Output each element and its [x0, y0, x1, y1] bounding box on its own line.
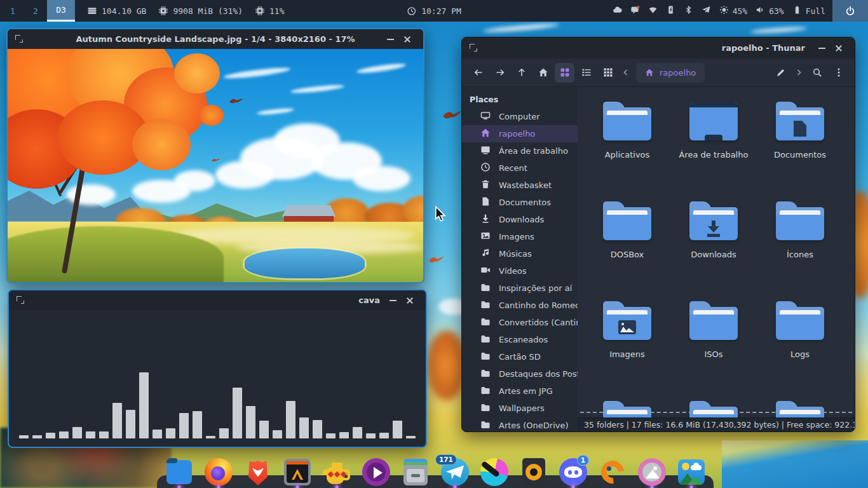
archive-dock-item[interactable]	[401, 458, 430, 487]
folder-item-area-de-trabalho[interactable]: Área de trabalho	[670, 96, 757, 196]
cpu-usage: 11%	[255, 6, 284, 16]
sidebar-item-documentos[interactable]: Documentos	[462, 194, 578, 211]
close-button[interactable]	[399, 29, 416, 49]
sidebar-item-cantinho-do-romeo[interactable]: Cantinho do Romeo	[462, 297, 578, 314]
image-viewer-titlebar[interactable]: Autumn Countryside Landscape.jpg - 1/4 -…	[8, 29, 423, 49]
brightness-tray-item[interactable]: 45%	[719, 5, 747, 17]
search-button[interactable]	[807, 63, 827, 83]
terminal-dock-item[interactable]	[283, 458, 312, 487]
minimize-button[interactable]	[814, 38, 831, 58]
close-button[interactable]	[831, 38, 847, 58]
sidebar-item-wastebasket[interactable]: Wastebasket	[462, 177, 578, 194]
sidebar-item-wallpapers[interactable]: Wallpapers	[462, 400, 578, 417]
place-label: Cartão SD	[499, 352, 541, 362]
restore-corner-icon[interactable]	[470, 44, 478, 52]
device-battery-tray-item[interactable]	[666, 5, 675, 17]
path-scroll-right-button[interactable]	[792, 63, 805, 83]
path-button[interactable]: rapoelho	[636, 63, 705, 83]
restore-corner-icon[interactable]	[15, 35, 24, 43]
chat-notification-icon	[630, 5, 640, 17]
folder-item-icones[interactable]: Ícones	[757, 196, 843, 295]
telegram-dock-item[interactable]: 171	[440, 458, 470, 487]
gallery-dock-item[interactable]	[677, 458, 706, 487]
cava-titlebar[interactable]: cava	[9, 290, 426, 310]
photos-dock-item[interactable]	[637, 458, 667, 487]
volume-tray-item[interactable]: 63%	[756, 5, 783, 17]
minimize-button[interactable]	[383, 29, 399, 49]
file-manager-dock-item[interactable]	[165, 458, 194, 487]
battery-tray-item[interactable]: Full	[792, 5, 825, 17]
edit-path-button[interactable]	[771, 63, 790, 83]
home-button[interactable]	[533, 63, 553, 83]
sidebar-item-artes-onedrive[interactable]: Artes (OneDrive)	[462, 417, 578, 431]
sidebar-item-inspiracoes-por-ai[interactable]: Inspirações por aí	[462, 280, 578, 297]
folder-item-isos[interactable]: ISOs	[670, 295, 757, 395]
up-button[interactable]	[512, 63, 531, 83]
list-view-button[interactable]	[576, 63, 596, 83]
place-label: Documentos	[499, 198, 551, 207]
discord-dock-item[interactable]: 1	[559, 458, 588, 487]
folder-item-aplicativos[interactable]: Aplicativos	[584, 96, 670, 196]
folder-item[interactable]	[757, 395, 843, 417]
folder-item[interactable]	[670, 395, 757, 417]
compact-view-button[interactable]	[598, 63, 618, 83]
image-emblem-icon	[618, 320, 636, 334]
place-label: Inspirações por aí	[499, 283, 572, 293]
folder-icon	[480, 282, 491, 294]
menu-kebab-button[interactable]	[829, 63, 848, 83]
folder-item-imagens[interactable]: Imagens	[584, 295, 670, 395]
sidebar-item-recent[interactable]: Recent	[462, 159, 578, 177]
bluetooth-tray-item[interactable]	[684, 5, 693, 17]
cava-bar	[379, 433, 389, 438]
sidebar-item-destaques-dos-posts[interactable]: Destaques dos Posts	[462, 365, 578, 383]
folder-item-documentos[interactable]: Documentos	[757, 96, 843, 196]
thunar-titlebar[interactable]: rapoelho - Thunar	[462, 37, 855, 58]
folder-item[interactable]	[584, 395, 670, 417]
sidebar-item-computer[interactable]: Computer	[462, 108, 578, 125]
xnview-dock-item[interactable]	[598, 458, 627, 487]
folder-icon	[480, 402, 491, 414]
telegram-tray-item[interactable]	[702, 5, 711, 17]
folder-item-dosbox[interactable]: DOSBox	[584, 196, 670, 295]
teapot-dock-item[interactable]	[322, 458, 351, 487]
restore-corner-icon[interactable]	[17, 296, 25, 304]
sidebar-item-imagens[interactable]: Imagens	[462, 228, 578, 245]
sidebar-item-rapoelho[interactable]: rapoelho	[462, 125, 578, 142]
sidebar-item-downloads[interactable]: Downloads	[462, 211, 578, 228]
icon-view-button[interactable]	[555, 63, 574, 83]
workspace-button-1[interactable]: 1	[1, 6, 24, 16]
brave-dock-item[interactable]	[243, 458, 273, 487]
media-player-dock-item[interactable]	[362, 458, 391, 487]
path-scroll-left-button[interactable]	[620, 63, 632, 83]
sidebar-item-musicas[interactable]: Músicas	[462, 245, 578, 262]
back-button[interactable]	[468, 63, 488, 83]
sidebar-item-escaneados[interactable]: Escaneados	[462, 331, 578, 348]
workspace-button-2[interactable]: 2	[24, 6, 47, 16]
power-button[interactable]	[832, 0, 868, 22]
sidebar-item-area-de-trabalho[interactable]: Área de trabalho	[462, 142, 578, 159]
folder-item-downloads[interactable]: Downloads	[670, 196, 757, 295]
chat-notification-tray-item[interactable]	[630, 5, 640, 17]
pond	[245, 248, 365, 279]
sidebar-item-convertidos-cantinho[interactable]: Convertidos (Cantinho)	[462, 314, 578, 331]
folder-label: Imagens	[609, 350, 645, 358]
forward-button[interactable]	[490, 63, 510, 83]
workspace-button-d3[interactable]: D3	[47, 0, 75, 22]
bird	[228, 95, 245, 107]
minimize-button[interactable]	[385, 290, 402, 310]
firefox-dock-item[interactable]	[204, 458, 233, 487]
sidebar-item-artes-em-jpg[interactable]: Artes em JPG	[462, 383, 578, 400]
wifi-tray-item[interactable]	[648, 5, 658, 17]
folder-item-logs[interactable]: Logs	[757, 295, 843, 395]
sidebar-item-cartao-sd[interactable]: Cartão SD	[462, 348, 578, 365]
cloud-tray-item[interactable]	[613, 5, 622, 17]
sidebar-item-videos[interactable]: Vídeos	[462, 262, 578, 280]
speaker-dock-item[interactable]	[519, 458, 548, 487]
file-manager-glyph	[166, 460, 192, 484]
color-picker-dock-item[interactable]	[480, 458, 509, 487]
folder-label: Logs	[790, 350, 810, 358]
path-label: rapoelho	[660, 68, 696, 78]
close-button[interactable]	[402, 290, 418, 310]
cava-bar	[86, 431, 95, 438]
folder-icon	[603, 401, 651, 417]
